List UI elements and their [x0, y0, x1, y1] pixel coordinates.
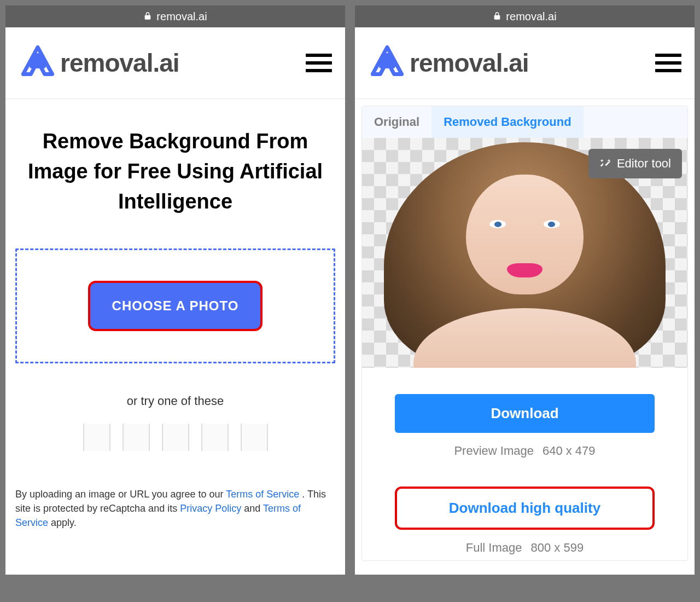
upload-dropzone[interactable]: CHOOSE A PHOTO	[15, 248, 335, 363]
result-tabs: Original Removed Background	[362, 106, 687, 138]
choose-photo-button[interactable]: CHOOSE A PHOTO	[88, 281, 263, 331]
download-section: Download Preview Image640 x 479 Download…	[362, 368, 687, 560]
address-domain: removal.ai	[506, 10, 556, 23]
sample-thumb[interactable]	[83, 424, 110, 451]
try-samples-label: or try one of these	[15, 394, 335, 408]
lock-icon	[143, 10, 152, 23]
magic-wand-icon	[599, 158, 611, 170]
upload-view: Remove Background From Image for Free Us…	[5, 99, 345, 543]
brand-name: removal.ai	[410, 48, 529, 78]
address-bar: removal.ai	[5, 5, 345, 27]
preview-dimensions: Preview Image640 x 479	[395, 444, 655, 458]
hamburger-icon[interactable]	[655, 54, 681, 72]
sample-thumb[interactable]	[162, 424, 189, 451]
brand-logo[interactable]: removal.ai	[19, 43, 179, 83]
hamburger-icon[interactable]	[306, 54, 332, 72]
tab-original[interactable]: Original	[362, 106, 431, 138]
address-domain: removal.ai	[156, 10, 207, 23]
sample-thumb[interactable]	[241, 424, 268, 451]
tab-removed-bg[interactable]: Removed Background	[431, 106, 584, 138]
brand-logo[interactable]: removal.ai	[368, 43, 529, 83]
editor-tool-button[interactable]: Editor tool	[588, 149, 682, 178]
logo-icon	[368, 43, 406, 83]
result-card: Original Removed Background Editor tool …	[361, 106, 688, 561]
phone-screen-upload: removal.ai removal.ai Remove Background …	[5, 5, 345, 575]
lock-icon	[493, 10, 501, 23]
sample-thumb[interactable]	[122, 424, 150, 451]
download-hq-button[interactable]: Download high quality	[395, 487, 655, 530]
site-header: removal.ai	[5, 27, 345, 99]
sample-thumb[interactable]	[201, 424, 229, 451]
logo-icon	[19, 43, 57, 83]
site-header: removal.ai	[355, 27, 695, 99]
brand-name: removal.ai	[60, 48, 179, 78]
result-preview: Editor tool	[362, 138, 687, 368]
address-bar: removal.ai	[355, 5, 695, 27]
phone-screen-result: removal.ai removal.ai Original Removed B…	[355, 5, 695, 575]
tos-link[interactable]: Terms of Service	[226, 489, 299, 500]
sample-thumbnails	[15, 424, 335, 454]
full-dimensions: Full Image800 x 599	[395, 541, 655, 555]
page-headline: Remove Background From Image for Free Us…	[15, 126, 335, 217]
download-button[interactable]: Download	[395, 394, 655, 433]
legal-text: By uploading an image or URL you agree t…	[15, 487, 335, 530]
privacy-link[interactable]: Privacy Policy	[180, 503, 241, 514]
